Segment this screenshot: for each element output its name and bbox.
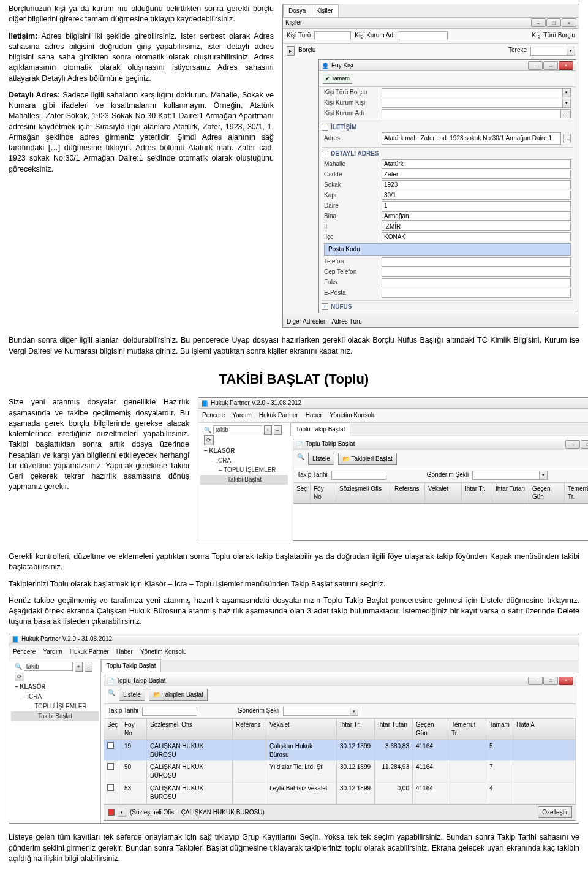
table-row[interactable]: 53 ÇALIŞKAN HUKUK BÜROSU Leyla Bahtsız v… [104,783,576,804]
add-icon[interactable]: + [264,425,272,435]
tree-klasor[interactable]: KLASÖR [209,447,235,454]
tree-klasor[interactable]: KLASÖR [20,683,45,690]
close-icon[interactable]: × [559,677,573,685]
kisi-kurum-adi-input[interactable] [399,31,448,40]
maximize-icon[interactable]: □ [581,440,588,449]
tree-icra[interactable]: İCRA [216,457,231,464]
listele-button[interactable]: Listele [308,453,334,465]
filter-toggle[interactable] [108,809,115,816]
kisi-kurum-select[interactable] [382,99,563,108]
tab-dosya[interactable]: Dosya [283,4,311,17]
sync-icon[interactable]: ⟳ [15,672,24,681]
tree-toplu[interactable]: TOPLU İŞLEMLER [34,703,86,710]
eposta-input[interactable] [382,289,571,298]
mahalle-input[interactable]: Atatürk [382,159,571,169]
content-tab[interactable]: Toplu Takip Başlat [101,659,161,672]
label: Kişi Türü [287,31,311,40]
ozellestir-button[interactable]: Özelleştir [538,806,572,819]
minimize-icon[interactable]: – [528,61,543,70]
menu-item[interactable]: Haber [306,411,322,420]
chevron-down-icon[interactable]: ▾ [563,99,571,108]
tamam-button[interactable]: ✔ Tamam [323,74,352,83]
content-tab[interactable]: Toplu Takip Başlat [290,423,350,436]
adres-lookup-button[interactable]: … [564,134,571,143]
chevron-down-icon[interactable]: ▾ [567,47,575,56]
menu-item[interactable]: Hukuk Partner [259,411,298,420]
app-icon: 📘 [12,635,19,643]
paragraph: Takiplerinizi Toplu olarak başlatmak içi… [9,579,579,590]
close-icon[interactable]: × [559,61,573,70]
remove-icon[interactable]: – [274,425,282,435]
menu-item[interactable]: Hukuk Partner [70,648,109,656]
tab-kisiler[interactable]: Kişiler [311,4,338,17]
cep-input[interactable] [382,268,571,277]
iletisim-header: İLETİŞİM [331,123,356,132]
kapi-input[interactable]: 30/1 [382,191,571,200]
maximize-icon[interactable]: □ [543,677,558,685]
menu-item[interactable]: Yönetim Konsolu [330,411,376,420]
chevron-down-icon[interactable]: ▾ [540,471,548,480]
app-title: Hukuk Partner V.2.0 - 31.08.2012 [21,635,112,643]
maximize-icon[interactable]: □ [543,61,558,70]
cadde-input[interactable]: Zafer [382,170,571,179]
takipleri-baslat-button[interactable]: 📂 Takipleri Başlat [338,453,397,465]
telefon-input[interactable] [382,257,571,267]
sync-icon[interactable]: ⟳ [204,435,214,445]
label: Kişi Kurum Kişi [324,99,379,107]
adres-field[interactable]: Atatürk mah. Zafer cad. 1923 sokak No:30… [382,132,561,145]
takip-tarihi-input[interactable] [331,471,386,480]
remove-icon[interactable]: – [85,662,92,672]
faks-input[interactable] [382,278,571,287]
tree-toplu[interactable]: TOPLU İŞLEMLER [224,466,276,473]
gonderim-select[interactable] [472,471,540,480]
tereke-input[interactable] [530,47,567,56]
app-title: Hukuk Partner V.2.0 - 31.08.2012 [211,399,301,408]
table-row[interactable]: 19 ÇALIŞKAN HUKUK BÜROSU Çalışkan Hukuk … [104,740,576,762]
minimize-icon[interactable]: – [528,677,543,685]
paragraph: Borçlunuzun kişi ya da kurum mu olduğunu… [9,4,274,25]
inner-title: Toplu Takip Başlat [116,677,165,685]
checkbox[interactable] [107,784,114,791]
chevron-down-icon[interactable]: ▾ [350,707,358,716]
ilce-input[interactable]: KONAK [382,232,571,241]
checkbox[interactable] [107,763,114,770]
sokak-input[interactable]: 1923 [382,180,571,189]
il-input[interactable]: İZMİR [382,222,571,231]
takipleri-baslat-button[interactable]: 📂 Takipleri Başlat [149,689,208,701]
close-icon[interactable]: × [562,18,576,27]
table-row[interactable]: 50 ÇALIŞKAN HUKUK BÜROSU Yıldızlar Tic. … [104,761,576,783]
bina-input[interactable]: Armağan [382,211,571,221]
tree-takip-baslat[interactable]: Takibi Başlat [11,711,99,721]
kisi-turu-select[interactable] [382,88,563,97]
tree-search-input[interactable]: takib [213,425,262,434]
chevron-down-icon[interactable]: ▾ [563,88,571,97]
menu-item[interactable]: Pencere [13,648,36,656]
lookup-icon[interactable]: … [561,109,571,118]
menu-item[interactable]: Pencere [202,411,225,420]
menu-item[interactable]: Yönetim Konsolu [140,648,187,656]
posta-kodu-row[interactable]: Posta Kodu [324,243,571,256]
tree-search-input[interactable]: takib [24,662,73,671]
tree-icra[interactable]: İCRA [27,693,42,700]
gonderim-select[interactable] [283,707,350,716]
tree-takip-baslat[interactable]: Takibi Başlat [200,475,288,485]
expand-icon[interactable]: ▸ [287,46,295,56]
label: E-Posta [324,289,379,297]
checkbox[interactable] [107,742,114,749]
menu-item[interactable]: Haber [116,648,133,656]
kisi-kurum-adi-select[interactable] [382,109,561,118]
menu-item[interactable]: Yardım [232,411,252,420]
takip-tarihi-input[interactable] [142,707,197,716]
expand-icon[interactable]: + [322,303,328,310]
minimize-icon[interactable]: – [531,18,546,27]
minimize-icon[interactable]: – [565,440,580,449]
menu-item[interactable]: Yardım [43,648,62,656]
collapse-icon[interactable]: – [322,151,328,157]
maximize-icon[interactable]: □ [546,18,561,27]
daire-input[interactable]: 1 [382,201,571,210]
collapse-icon[interactable]: – [322,124,328,131]
listele-button[interactable]: Listele [119,689,145,701]
kisi-turu-input[interactable] [314,31,351,40]
add-icon[interactable]: + [75,662,83,672]
chevron-down-icon[interactable]: ▾ [118,808,126,817]
